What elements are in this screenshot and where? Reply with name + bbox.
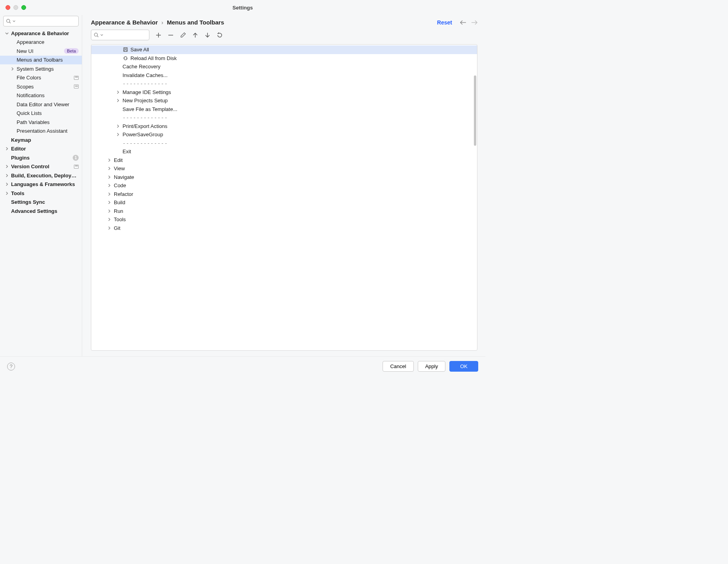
- revert-button[interactable]: [216, 32, 223, 39]
- tree-separator: -------------: [91, 113, 477, 122]
- tree-item[interactable]: Build: [91, 198, 477, 207]
- tree-item-label: Tools: [114, 216, 126, 222]
- chevron-right-icon[interactable]: [106, 225, 112, 231]
- close-window-button[interactable]: [6, 5, 10, 10]
- sidebar-item-label: Scopes: [17, 84, 71, 90]
- tree-item[interactable]: Print/Export Actions: [91, 122, 477, 131]
- tree-item[interactable]: Exit: [91, 147, 477, 156]
- cancel-button[interactable]: Cancel: [383, 361, 413, 372]
- sidebar-item[interactable]: Advanced Settings: [0, 207, 82, 216]
- tree-item-label: Save File as Template...: [123, 106, 177, 112]
- apply-button[interactable]: Apply: [418, 361, 446, 372]
- ok-button[interactable]: OK: [449, 361, 478, 372]
- chevron-right-icon[interactable]: [4, 173, 9, 178]
- minimize-window-button[interactable]: [13, 5, 18, 10]
- chevron-right-icon[interactable]: [106, 217, 112, 222]
- chevron-right-icon[interactable]: [115, 98, 121, 103]
- maximize-window-button[interactable]: [21, 5, 26, 10]
- sidebar-item[interactable]: File Colors: [0, 73, 82, 83]
- titlebar: Settings: [0, 0, 485, 15]
- sidebar-item[interactable]: Notifications: [0, 91, 82, 100]
- tree-item[interactable]: Edit: [91, 156, 477, 165]
- sidebar-item-label: Notifications: [17, 92, 79, 98]
- sidebar-item[interactable]: Editor: [0, 145, 82, 154]
- sidebar-item[interactable]: Presentation Assistant: [0, 127, 82, 136]
- sidebar-item[interactable]: Tools: [0, 189, 82, 198]
- move-up-button[interactable]: [192, 32, 199, 39]
- tree-item[interactable]: Navigate: [91, 173, 477, 182]
- remove-action-button[interactable]: [167, 32, 174, 39]
- sidebar-item[interactable]: System Settings: [0, 64, 82, 73]
- breadcrumb: Appearance & Behavior › Menus and Toolba…: [91, 19, 433, 26]
- sidebar-item-label: System Settings: [17, 66, 79, 72]
- tree-item[interactable]: Code: [91, 181, 477, 190]
- chevron-right-icon[interactable]: [106, 166, 112, 171]
- tree-separator-label: -------------: [123, 115, 168, 120]
- sidebar-item[interactable]: Quick Lists: [0, 109, 82, 118]
- tree-search-box[interactable]: [91, 30, 149, 40]
- main-pane: Appearance & Behavior › Menus and Toolba…: [82, 15, 485, 356]
- chevron-right-icon[interactable]: [106, 208, 112, 214]
- sidebar-item[interactable]: Settings Sync: [0, 198, 82, 207]
- reload-icon: [123, 55, 128, 61]
- chevron-right-icon[interactable]: [4, 190, 9, 196]
- tree-item[interactable]: Manage IDE Settings: [91, 88, 477, 97]
- sidebar-item[interactable]: Menus and Toolbars: [0, 56, 82, 65]
- tree-item[interactable]: New Projects Setup: [91, 96, 477, 105]
- chevron-down-icon[interactable]: [4, 30, 9, 36]
- chevron-right-icon[interactable]: [115, 123, 121, 129]
- sidebar-item[interactable]: Path Variables: [0, 118, 82, 127]
- chevron-right-icon[interactable]: [106, 200, 112, 205]
- sidebar-search-box[interactable]: [3, 16, 79, 26]
- tree-item[interactable]: View: [91, 164, 477, 173]
- reset-link[interactable]: Reset: [437, 19, 452, 26]
- sidebar-item[interactable]: Build, Execution, Deployment: [0, 171, 82, 180]
- tree-item[interactable]: Run: [91, 207, 477, 216]
- tree-item[interactable]: Cache Recovery: [91, 62, 477, 71]
- sidebar-item[interactable]: Version Control: [0, 162, 82, 171]
- sidebar-item[interactable]: Scopes: [0, 82, 82, 91]
- chevron-right-icon[interactable]: [4, 182, 9, 187]
- tree-item[interactable]: Git: [91, 224, 477, 233]
- actions-tree: Save AllReload All from DiskCache Recove…: [91, 45, 477, 350]
- sidebar-item[interactable]: Appearance: [0, 38, 82, 47]
- add-action-button[interactable]: [155, 32, 162, 39]
- chevron-right-icon[interactable]: [4, 164, 9, 169]
- sidebar-search-input[interactable]: [17, 18, 83, 24]
- tree-item[interactable]: Refactor: [91, 190, 477, 199]
- move-down-button[interactable]: [204, 32, 211, 39]
- tree-item[interactable]: Reload All from Disk: [91, 54, 477, 63]
- chevron-right-icon[interactable]: [106, 174, 112, 180]
- svg-line-3: [97, 36, 98, 37]
- tree-item[interactable]: Save All: [91, 45, 477, 54]
- help-button[interactable]: ?: [7, 363, 15, 370]
- project-scope-icon: [74, 165, 79, 169]
- sidebar-item[interactable]: Plugins1: [0, 153, 82, 162]
- chevron-right-icon[interactable]: [9, 66, 15, 71]
- nav-forward-button[interactable]: [471, 20, 477, 25]
- sidebar-item[interactable]: Languages & Frameworks: [0, 180, 82, 189]
- edit-action-button[interactable]: [179, 32, 187, 39]
- chevron-right-icon[interactable]: [115, 89, 121, 95]
- svg-line-1: [9, 22, 11, 23]
- tree-item[interactable]: Invalidate Caches...: [91, 71, 477, 80]
- chevron-right-icon[interactable]: [106, 183, 112, 188]
- tree-item[interactable]: PowerSaveGroup: [91, 130, 477, 139]
- svg-rect-8: [124, 48, 126, 49]
- sidebar-item[interactable]: New UIBeta: [0, 47, 82, 56]
- sidebar-item[interactable]: Data Editor and Viewer: [0, 100, 82, 109]
- chevron-right-icon[interactable]: [4, 146, 9, 152]
- sidebar-item[interactable]: Appearance & Behavior: [0, 29, 82, 38]
- nav-back-button[interactable]: [460, 20, 466, 25]
- breadcrumb-segment: Appearance & Behavior: [91, 19, 158, 26]
- sidebar-item[interactable]: Keymap: [0, 135, 82, 145]
- chevron-right-icon[interactable]: [106, 191, 112, 197]
- svg-point-2: [94, 33, 98, 36]
- tree-item-label: Print/Export Actions: [123, 123, 167, 129]
- tree-item[interactable]: Tools: [91, 215, 477, 224]
- sidebar-item-label: Version Control: [11, 164, 71, 169]
- chevron-right-icon[interactable]: [115, 132, 121, 137]
- chevron-right-icon[interactable]: [106, 157, 112, 163]
- tree-item[interactable]: Save File as Template...: [91, 105, 477, 114]
- scrollbar-thumb[interactable]: [474, 75, 476, 146]
